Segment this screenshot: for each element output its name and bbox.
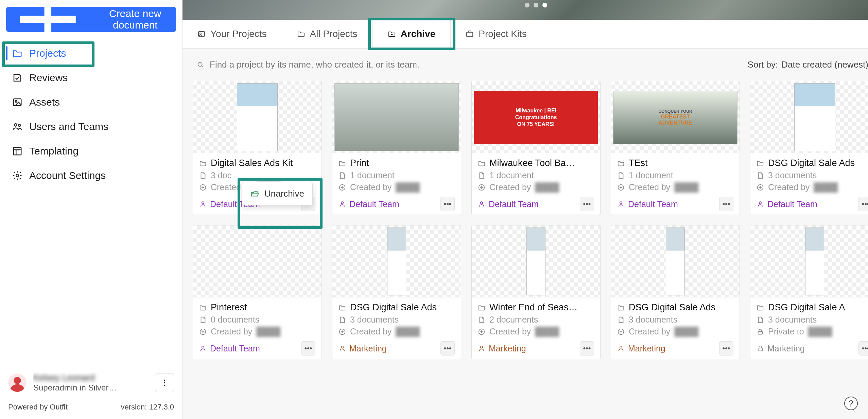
sidebar-item-account-settings[interactable]: Account Settings [6,164,176,187]
project-card[interactable]: Winter End of Seas…2 documentsCreated by… [471,225,601,359]
project-more-button[interactable]: ••• [301,341,315,356]
user-icon [757,200,764,208]
tab-all-projects[interactable]: All Projects [282,20,373,48]
project-title-row: TEst [617,158,733,168]
svg-rect-29 [758,331,763,334]
project-card-body: Print1 documentCreated by ████Default Te… [332,153,461,215]
project-more-button[interactable]: ••• [440,197,455,211]
team[interactable]: Default Team [478,199,539,209]
project-more-button[interactable]: ••• [580,197,594,211]
doc-icon [338,316,346,324]
user-role: Superadmin in Silver… [33,383,148,393]
team-name: Marketing [349,344,387,353]
folder-open-icon [250,189,259,198]
search-input[interactable] [210,59,448,70]
team-name: Marketing [628,344,665,353]
main: Your ProjectsAll ProjectsArchiveProject … [183,0,868,419]
folder-icon [757,160,764,167]
hero-pagination[interactable] [525,3,547,7]
sidebar-item-projects[interactable]: Projects [6,42,176,65]
team[interactable]: Default Team [199,344,260,353]
team[interactable]: Marketing [757,344,805,353]
sidebar-item-users-and-teams[interactable]: Users and Teams [6,115,176,138]
help-button[interactable]: ? [844,397,858,410]
sidebar-item-reviews[interactable]: Reviews [6,67,176,89]
project-card[interactable]: DSG Digital Sale A3 documentsPrivate to … [750,225,868,359]
project-more-button[interactable]: ••• [719,197,733,211]
hero-dot-3[interactable] [542,3,547,7]
doc-count: 3 documents [350,315,399,325]
sidebar-item-label: Templating [29,145,79,157]
sidebar-item-assets[interactable]: Assets [6,91,176,113]
hero-dot-2[interactable] [534,3,538,7]
user-icon [338,345,346,352]
project-card[interactable]: CONQUER YOURGREATESTADVENTURETEst1 docum… [611,81,740,215]
user-icon [199,345,207,352]
unarchive-popover[interactable]: Unarchive [242,182,313,205]
project-more-button[interactable]: ••• [858,197,868,211]
project-more-button[interactable]: ••• [440,341,455,356]
folder-icon [617,304,625,311]
folder-icon [338,304,346,311]
team-name: Marketing [767,344,805,353]
folder-icon [757,304,764,311]
team[interactable]: Marketing [617,344,665,353]
tab-your-projects[interactable]: Your Projects [183,20,282,48]
doc-count: 1 document [629,170,673,180]
doc-count: 0 documents [211,315,259,325]
tab-project-kits[interactable]: Project Kits [451,20,542,48]
created-by-row: Created by ████ [757,182,868,192]
project-card[interactable]: Milwaukee | REICongratulationsON 75 YEAR… [471,81,601,215]
sidebar-item-label: Assets [29,96,60,108]
project-card[interactable]: Pinterest0 documentsCreated by ████Defau… [193,225,322,359]
creator-name: ████ [808,327,832,336]
team[interactable]: Marketing [338,344,387,353]
project-title-row: Print [338,158,455,168]
team[interactable]: Default Team [617,199,678,209]
doc-count: 3 documents [768,315,817,325]
user-menu-button[interactable]: ⋮ [155,373,174,392]
folder-icon [617,160,625,167]
team-row: Marketing••• [617,341,733,356]
doc-count-row: 1 document [338,170,455,180]
team-row: Marketing••• [478,341,594,356]
doc-count-row: 1 document [617,170,733,180]
doc-count: 1 document [489,170,534,180]
project-card[interactable]: DSG Digital Sale Ads3 documentsCreated b… [611,225,740,359]
user-folder-icon [197,30,206,38]
doc-icon [478,172,485,179]
project-more-button[interactable]: ••• [719,341,733,356]
powered-by: Powered by Outfit [8,403,68,412]
created-by-label: Created by [489,327,531,336]
filter-bar: Sort by: Date created (newest) ▾ [183,49,868,81]
sidebar-item-templating[interactable]: Templating [6,140,176,162]
team-name: Default Team [767,199,817,209]
project-card[interactable]: Print1 documentCreated by ████Default Te… [332,81,461,215]
search-icon [197,61,204,69]
tab-archive[interactable]: Archive [373,20,451,48]
project-more-button[interactable]: ••• [580,341,594,356]
svg-point-19 [759,202,761,204]
doc-count-row: 1 document [478,170,594,180]
project-card[interactable]: DSG Digital Sale Ads3 documentsCreated b… [332,225,461,359]
svg-rect-0 [14,99,21,106]
team[interactable]: Default Team [338,199,399,209]
creator-name: ████ [535,182,559,192]
project-more-button[interactable]: ••• [858,341,868,356]
sort-control[interactable]: Sort by: Date created (newest) ▾ [748,59,868,70]
created-by-row: Created by ████ [478,327,594,336]
created-by-label: Created by [350,182,392,192]
sidebar-item-label: Account Settings [29,170,106,181]
doc-count-row: 2 documents [478,315,594,325]
project-card[interactable]: DSG Digital Sale Ads3 documentsCreated b… [750,81,868,215]
create-document-button[interactable]: Create new document [6,7,176,32]
created-by-label: Created by [489,182,531,192]
team-row: Default Team••• [757,197,868,211]
team[interactable]: Default Team [757,199,817,209]
team[interactable]: Marketing [478,344,526,353]
user-icon [617,345,625,352]
project-title: DSG Digital Sale Ads [768,158,855,168]
folder-icon [478,304,485,311]
hero-dot-1[interactable] [525,3,530,7]
project-thumbnail [611,225,740,297]
